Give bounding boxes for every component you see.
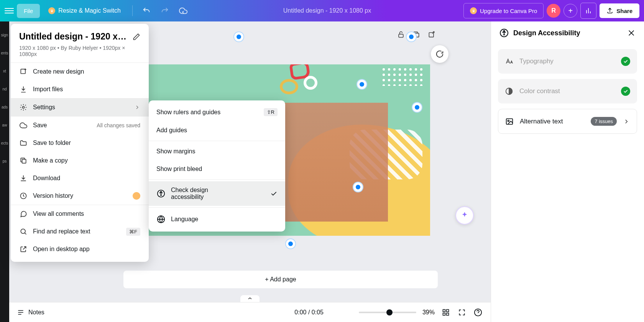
magic-button[interactable] bbox=[455, 206, 474, 225]
typography-label: Typography bbox=[519, 58, 615, 65]
save-item[interactable]: Save All changes saved bbox=[11, 117, 149, 134]
create-new-design-item[interactable]: Create new design bbox=[11, 63, 149, 80]
timecode: 0:00 / 0:05 bbox=[294, 309, 324, 316]
sidebar-item-apps[interactable]: ps bbox=[3, 159, 7, 163]
svg-rect-15 bbox=[22, 159, 26, 163]
add-collaborator-button[interactable]: + bbox=[564, 4, 577, 18]
redo-button[interactable] bbox=[157, 3, 172, 18]
settings-label: Settings bbox=[33, 104, 55, 111]
save-to-folder-item[interactable]: Save to folder bbox=[11, 134, 149, 152]
globe-icon bbox=[156, 215, 166, 224]
comments-label: View all comments bbox=[33, 210, 84, 217]
collapse-timeline-button[interactable] bbox=[240, 295, 260, 302]
svg-rect-3 bbox=[443, 309, 445, 312]
sidebar-item-projects[interactable]: ects bbox=[1, 141, 8, 145]
find-shortcut: ⌘F bbox=[126, 228, 140, 236]
sidebar-item-draw[interactable]: aw bbox=[2, 123, 7, 127]
undo-button[interactable] bbox=[139, 3, 154, 18]
selection-handle[interactable] bbox=[353, 182, 363, 192]
dots-decoration bbox=[381, 67, 423, 86]
zoom-percentage[interactable]: 39% bbox=[422, 309, 435, 316]
show-rulers-item[interactable]: Show rulers and guides ⇧R bbox=[149, 103, 285, 122]
bottom-bar: Notes 0:00 / 0:05 39% bbox=[9, 302, 491, 322]
image-icon bbox=[505, 117, 514, 126]
selection-handle[interactable] bbox=[412, 102, 422, 113]
document-title[interactable]: Untitled design - 1920 x 1080 px bbox=[283, 7, 371, 14]
notes-button[interactable]: Notes bbox=[17, 309, 44, 316]
make-copy-item[interactable]: Make a copy bbox=[11, 152, 149, 169]
add-page-icon[interactable] bbox=[426, 29, 437, 40]
save-status: All changes saved bbox=[97, 122, 140, 128]
main-menu-button[interactable] bbox=[5, 6, 14, 15]
color-contrast-check-item[interactable]: Color contrast bbox=[498, 79, 637, 104]
cloud-sync-icon[interactable] bbox=[176, 3, 191, 18]
language-label: Language bbox=[171, 216, 198, 223]
settings-item[interactable]: Settings bbox=[11, 99, 149, 116]
divider bbox=[132, 5, 133, 16]
sidebar-item-text[interactable]: xt bbox=[3, 69, 6, 73]
share-button[interactable]: Share bbox=[600, 3, 639, 18]
find-replace-item[interactable]: Find and replace text ⌘F bbox=[11, 223, 149, 240]
upgrade-label: Upgrade to Canva Pro bbox=[480, 8, 537, 14]
typography-check-item[interactable]: Typography bbox=[498, 49, 637, 74]
crown-icon: ♛ bbox=[48, 7, 55, 14]
save-folder-label: Save to folder bbox=[33, 140, 71, 146]
import-icon bbox=[19, 85, 28, 94]
search-icon bbox=[19, 227, 28, 236]
check-icon bbox=[621, 87, 630, 96]
sidebar-item-elements[interactable]: ents bbox=[1, 51, 8, 55]
accessibility-icon bbox=[499, 28, 509, 38]
save-label: Save bbox=[33, 122, 47, 129]
contrast-icon bbox=[505, 87, 513, 95]
add-guides-item[interactable]: Add guides bbox=[149, 122, 285, 139]
show-print-bleed-item[interactable]: Show print bleed bbox=[149, 160, 285, 178]
sidebar-item-design[interactable]: sign bbox=[1, 33, 8, 37]
ai-assist-button[interactable] bbox=[431, 45, 449, 63]
sidebar-item-brand[interactable]: nd bbox=[2, 87, 7, 91]
accessibility-label-2: accessibility bbox=[171, 194, 208, 200]
svg-point-17 bbox=[21, 229, 25, 233]
chevron-right-icon bbox=[623, 118, 630, 125]
sidebar: sign ents xt nd ads aw ects ps bbox=[0, 21, 9, 322]
fullscreen-button[interactable] bbox=[457, 307, 467, 317]
download-label: Download bbox=[33, 175, 60, 182]
selection-handle[interactable] bbox=[356, 79, 367, 90]
margins-label: Show margins bbox=[156, 148, 195, 155]
svg-rect-0 bbox=[399, 34, 403, 37]
grid-view-button[interactable] bbox=[441, 307, 451, 317]
add-page-button[interactable]: + Add page bbox=[123, 271, 438, 288]
upgrade-button[interactable]: ♛ Upgrade to Canva Pro bbox=[463, 3, 544, 18]
history-icon bbox=[19, 192, 28, 200]
check-icon bbox=[270, 190, 278, 197]
file-menu: Untitled design - 1920 x 108... 1920 x 1… bbox=[11, 24, 149, 262]
open-desktop-item[interactable]: Open in desktop app bbox=[11, 240, 149, 258]
help-button[interactable] bbox=[473, 307, 483, 317]
download-item[interactable]: Download bbox=[11, 169, 149, 187]
view-comments-item[interactable]: View all comments bbox=[11, 205, 149, 223]
selection-handle[interactable] bbox=[285, 238, 296, 249]
rulers-label: Show rulers and guides bbox=[156, 109, 220, 116]
alt-text-check-item[interactable]: Alternative text 7 issues bbox=[498, 109, 637, 134]
lock-icon[interactable] bbox=[396, 29, 406, 40]
analytics-button[interactable] bbox=[580, 3, 596, 19]
close-panel-button[interactable] bbox=[627, 29, 636, 37]
show-margins-item[interactable]: Show margins bbox=[149, 143, 285, 160]
version-history-item[interactable]: Version history bbox=[11, 187, 149, 205]
svg-point-14 bbox=[23, 107, 25, 108]
file-button[interactable]: File bbox=[17, 4, 40, 18]
edit-title-icon[interactable] bbox=[133, 33, 140, 41]
zoom-slider[interactable] bbox=[359, 312, 416, 313]
check-accessibility-item[interactable]: Check design accessibility bbox=[149, 181, 285, 206]
accessibility-icon bbox=[156, 189, 166, 198]
file-menu-title[interactable]: Untitled design - 1920 x 108... bbox=[19, 31, 129, 42]
language-item[interactable]: Language bbox=[149, 209, 285, 229]
settings-submenu: Show rulers and guides ⇧R Add guides Sho… bbox=[149, 100, 285, 232]
selection-handle[interactable] bbox=[233, 31, 244, 42]
selection-handle[interactable] bbox=[406, 31, 417, 42]
panel-title: Design Accessibility bbox=[513, 29, 623, 37]
resize-magic-switch-button[interactable]: ♛ Resize & Magic Switch bbox=[43, 4, 126, 17]
zoom-slider-thumb[interactable] bbox=[386, 309, 393, 315]
sidebar-item-uploads[interactable]: ads bbox=[2, 105, 8, 109]
import-files-item[interactable]: Import files bbox=[11, 80, 149, 98]
avatar[interactable]: R bbox=[547, 4, 560, 18]
